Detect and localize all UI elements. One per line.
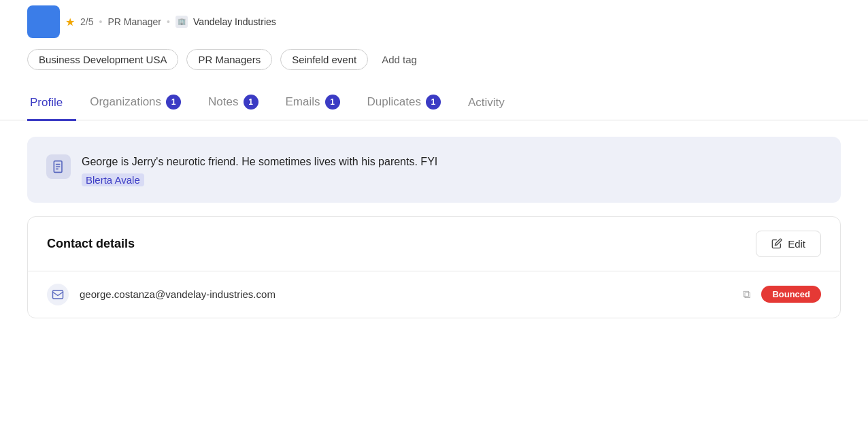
tab-duplicates-label: Duplicates [367,95,421,109]
bounced-badge: Bounced [761,286,821,303]
document-icon [52,160,65,173]
top-bar: ★ 2/5 • PR Manager • 🏢 Vandelay Industri… [0,0,868,49]
tab-organizations[interactable]: Organizations 1 [87,85,195,121]
note-icon [46,154,71,179]
tab-notes-badge: 1 [244,95,258,110]
contact-details-title: Contact details [47,237,135,251]
tags-row: Business Development USA PR Managers Sei… [0,49,868,84]
tab-emails-badge: 1 [325,95,340,110]
copy-icon[interactable]: ⧉ [743,288,750,301]
email-value: george.costanza@vandelay-industries.com [80,288,732,300]
company-icon: 🏢 [176,16,188,28]
rating-star: ★ [65,16,75,29]
tab-profile-label: Profile [30,96,63,110]
company-name: Vandelay Industries [193,16,276,27]
tab-duplicates[interactable]: Duplicates 1 [365,85,454,121]
note-body: George is Jerry's neurotic friend. He so… [82,153,437,186]
note-text: George is Jerry's neurotic friend. He so… [82,153,437,171]
tab-profile[interactable]: Profile [27,86,76,121]
tag-2[interactable]: Seinfeld event [280,49,368,70]
email-row: george.costanza@vandelay-industries.com … [28,271,840,318]
note-card: George is Jerry's neurotic friend. He so… [27,137,841,203]
tab-activity-label: Activity [468,96,505,110]
tab-emails-label: Emails [286,95,320,109]
tabs-bar: Profile Organizations 1 Notes 1 Emails 1… [0,84,868,120]
edit-button[interactable]: Edit [756,231,821,257]
envelope-icon [52,288,64,301]
avatar [27,5,60,38]
tab-organizations-label: Organizations [90,95,161,109]
contact-details-card: Contact details Edit george.costanza@van… [27,216,841,318]
email-icon-wrapper [47,284,69,305]
tag-1[interactable]: PR Managers [186,49,272,70]
add-tag-button[interactable]: Add tag [376,50,422,69]
role-label: PR Manager [107,16,161,27]
note-author: Blerta Avale [82,173,144,186]
sep2: • [167,16,170,27]
edit-label: Edit [788,238,805,250]
tab-notes-label: Notes [208,95,238,109]
tab-duplicates-badge: 1 [426,95,441,110]
rating-value: 2/5 [80,16,93,27]
main-content: George is Jerry's neurotic friend. He so… [0,120,868,335]
tab-notes[interactable]: Notes 1 [205,85,271,121]
contact-details-header: Contact details Edit [28,217,840,271]
pencil-icon [771,238,782,249]
tag-0[interactable]: Business Development USA [27,49,178,70]
breadcrumb: ★ 2/5 • PR Manager • 🏢 Vandelay Industri… [27,5,841,49]
svg-rect-4 [53,290,63,299]
tab-activity[interactable]: Activity [465,86,518,121]
tab-emails[interactable]: Emails 1 [283,85,354,121]
tab-organizations-badge: 1 [166,95,181,110]
sep1: • [99,16,102,27]
